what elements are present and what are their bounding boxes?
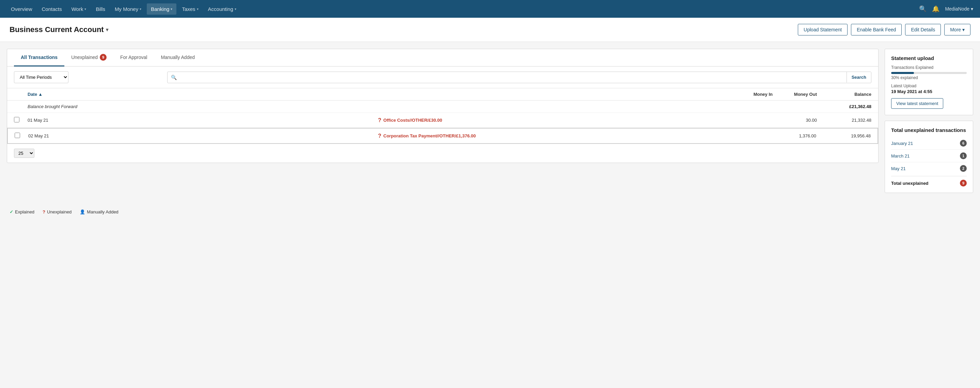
explained-legend-label: Explained [15,209,34,214]
table-row: 02 May 21 ? Corporation Tax Payment//OTH… [7,128,878,144]
mymoney-chevron-icon: ▾ [140,7,141,11]
nav-item-bills[interactable]: Bills [92,3,109,15]
enable-bank-feed-label: Enable Bank Feed [857,27,896,32]
latest-upload-label: Latest Upload [891,83,967,88]
search-container: 🔍 Search [167,72,871,83]
progress-bar-fill [891,72,914,74]
tab-for-approval-label: For Approval [120,54,147,60]
tab-all-transactions-label: All Transactions [21,54,57,60]
may-21-link[interactable]: May 21 [891,166,906,171]
unexplained-list: January 21 6 March 21 1 May 21 2 [891,137,967,174]
tab-for-approval[interactable]: For Approval [113,49,154,67]
account-title: Business Current Account [10,25,104,34]
total-unexplained-label: Total unexplained [891,181,929,186]
pagination-bar: 25 10 50 100 [7,144,878,163]
manually-added-user-icon: 👤 [80,209,85,214]
row1-unexplained-icon: ? [378,117,381,123]
statement-upload-card: Statement upload Transactions Explained … [885,49,973,115]
nav-items: Overview Contacts Work ▾ Bills My Money … [7,3,919,15]
january-21-count: 6 [960,140,967,147]
nav-item-accounting[interactable]: Accounting ▾ [204,3,240,15]
more-label: More ▾ [950,27,965,32]
unexplained-legend-item: ? Unexplained [43,209,72,214]
banking-chevron-icon: ▾ [170,7,172,11]
row2-balance: 19,956.48 [816,133,871,139]
nav-item-taxes[interactable]: Taxes ▾ [178,3,202,15]
tab-manually-added[interactable]: Manually Added [154,49,202,67]
user-menu[interactable]: MediaNode ▾ [945,6,973,11]
bell-icon[interactable]: 🔔 [932,5,939,13]
main-content: All Transactions Unexplained 9 For Appro… [0,42,980,205]
nav-label-accounting: Accounting [208,6,233,12]
nav-item-work[interactable]: Work ▾ [67,3,91,15]
january-21-link[interactable]: January 21 [891,141,913,146]
accounting-chevron-icon: ▾ [235,7,236,11]
row1-money-out: 30.00 [773,118,817,123]
nav-label-bills: Bills [96,6,105,12]
table-header: Date ▲ Money In Money Out Balance [7,88,878,101]
row2-date: 02 May 21 [28,133,378,139]
tab-unexplained[interactable]: Unexplained 9 [64,49,113,67]
row1-description-cell[interactable]: ? Office Costs//OTHER/£30.00 [378,117,729,123]
search-magnifier-icon: 🔍 [167,72,180,83]
page-size-select[interactable]: 25 10 50 100 [14,148,34,158]
page-header: Business Current Account ▾ Upload Statem… [0,18,980,42]
tab-unexplained-label: Unexplained [71,54,98,60]
unexplained-question-icon: ? [43,209,45,214]
balance-forward-amount: £21,362.48 [817,104,871,109]
nav-label-overview: Overview [11,6,32,12]
row1-checkbox[interactable] [14,117,19,122]
edit-details-button[interactable]: Edit Details [905,24,941,35]
balance-col-header: Balance [817,92,871,97]
nav-item-mymoney[interactable]: My Money ▾ [111,3,145,15]
manually-added-legend-label: Manually Added [87,209,118,214]
search-icon[interactable]: 🔍 [919,5,926,13]
work-chevron-icon: ▾ [84,7,86,11]
page-title[interactable]: Business Current Account ▾ [10,25,108,34]
nav-item-contacts[interactable]: Contacts [38,3,66,15]
manually-added-legend-item: 👤 Manually Added [80,209,118,214]
march-21-link[interactable]: March 21 [891,153,910,158]
user-chevron-icon: ▾ [971,6,973,11]
footer-legend: ✓ Explained ? Unexplained 👤 Manually Add… [0,205,980,219]
search-button[interactable]: Search [846,72,871,83]
nav-label-mymoney: My Money [115,6,138,12]
transactions-explained-label: Transactions Explained [891,65,967,70]
upload-statement-button[interactable]: Upload Statement [798,24,848,35]
explained-legend-item: ✓ Explained [10,209,34,214]
enable-bank-feed-button[interactable]: Enable Bank Feed [851,24,902,35]
search-input[interactable] [180,72,846,83]
nav-label-work: Work [72,6,83,12]
balance-forward-checkbox-cell [14,104,28,109]
date-column-header[interactable]: Date ▲ [28,92,378,97]
balance-header-label: Balance [854,92,871,97]
right-sidebar: Statement upload Transactions Explained … [885,49,973,198]
may-21-count: 2 [960,165,967,172]
header-actions: Upload Statement Enable Bank Feed Edit D… [798,24,970,35]
money-out-header-label: Money Out [794,92,817,97]
tab-all-transactions[interactable]: All Transactions [14,49,64,67]
more-button[interactable]: More ▾ [944,24,970,35]
latest-upload-value: 19 May 2021 at 4:55 [891,89,967,94]
user-label: MediaNode [945,6,969,11]
row2-money-out: 1,376.00 [772,133,816,139]
transactions-panel: All Transactions Unexplained 9 For Appro… [7,49,878,163]
date-header-label: Date [28,92,37,97]
row1-date: 01 May 21 [28,118,378,123]
row2-checkbox[interactable] [14,133,20,138]
list-item: March 21 1 [891,150,967,162]
total-unexplained-title: Total unexplained transactions [891,127,967,133]
search-button-label: Search [852,75,866,80]
total-unexplained-card: Total unexplained transactions January 2… [885,121,973,193]
money-out-col-header: Money Out [773,92,817,97]
description-col-header [378,92,729,97]
nav-item-overview[interactable]: Overview [7,3,37,15]
nav-item-banking[interactable]: Banking ▾ [147,3,177,15]
period-filter[interactable]: All Time Periods [14,71,68,83]
sort-asc-icon: ▲ [38,92,43,97]
row2-description-cell[interactable]: ? Corporation Tax Payment//OTHER/£1,376.… [378,133,728,139]
balance-forward-row: Balance brought Forward £21,362.48 [7,101,878,113]
tab-manually-added-label: Manually Added [161,54,195,60]
view-latest-statement-button[interactable]: View latest statement [891,98,943,109]
nav-right: 🔍 🔔 MediaNode ▾ [919,5,973,13]
